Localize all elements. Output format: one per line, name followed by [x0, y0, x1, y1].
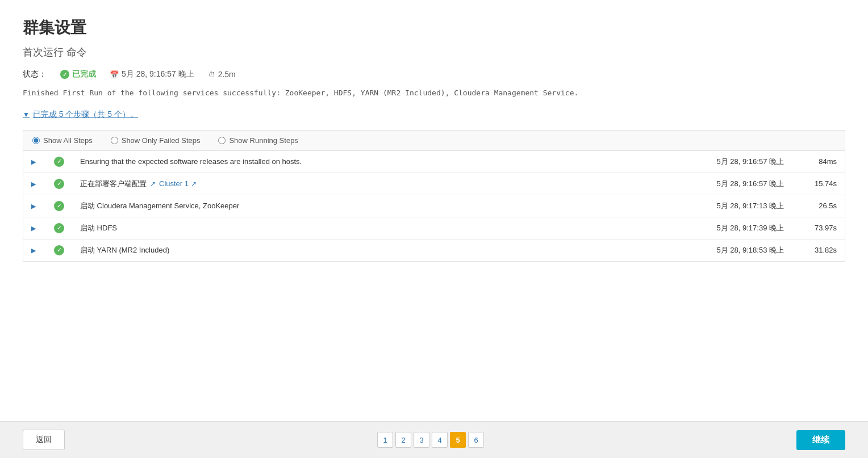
step-duration: 15.74s: [800, 173, 845, 195]
step-expand-cell: ▶: [23, 150, 47, 173]
expand-icon[interactable]: ▶: [31, 247, 38, 254]
step-name: 启动 YARN (MR2 Included): [80, 246, 169, 254]
page-button-3[interactable]: 3: [414, 432, 429, 448]
external-link-icon: ↗: [150, 180, 156, 188]
step-duration: 26.5s: [800, 195, 845, 217]
table-row: ▶ ✓ 启动 Cloudera Management Service, ZooK…: [23, 195, 845, 217]
check-icon: ✓: [60, 70, 69, 79]
step-name-cell: 启动 YARN (MR2 Included): [72, 239, 709, 261]
pagination: 123456: [377, 432, 484, 448]
step-name: 正在部署客户端配置: [80, 179, 147, 189]
step-icon-cell: ✓: [46, 173, 72, 195]
expand-icon[interactable]: ▶: [31, 225, 38, 232]
subtitle: 首次运行 命令: [23, 45, 845, 59]
filter-failed-radio[interactable]: [111, 137, 118, 144]
calendar-icon: 📅: [110, 70, 119, 79]
step-name: 启动 Cloudera Management Service, ZooKeepe…: [80, 201, 239, 210]
page-button-4[interactable]: 4: [432, 432, 448, 448]
filter-all-radio[interactable]: [32, 137, 40, 144]
continue-button[interactable]: 继续: [796, 430, 845, 450]
step-timestamp: 5月 28, 9:17:39 晚上: [709, 217, 800, 239]
page-button-6[interactable]: 6: [468, 432, 484, 448]
success-icon: ✓: [54, 223, 64, 233]
success-icon: ✓: [54, 245, 64, 255]
step-expand-cell: ▶: [23, 239, 47, 261]
status-label: 状态：: [23, 69, 47, 79]
step-timestamp: 5月 28, 9:18:53 晚上: [709, 239, 800, 261]
step-name: Ensuring that the expected software rele…: [80, 157, 302, 166]
filter-running-label: Show Running Steps: [229, 136, 298, 145]
success-icon: ✓: [54, 157, 64, 167]
expand-icon[interactable]: ▶: [31, 203, 38, 209]
step-name-cell: 启动 HDFS: [72, 217, 709, 239]
page-button-1[interactable]: 1: [377, 432, 393, 448]
step-duration: 84ms: [800, 150, 845, 173]
chevron-down-icon: ▼: [23, 111, 30, 119]
status-value: ✓ 已完成: [60, 69, 96, 79]
duration-value: 2.5m: [218, 70, 236, 79]
step-icon-cell: ✓: [46, 195, 72, 217]
expand-icon[interactable]: ▶: [31, 158, 38, 165]
back-button[interactable]: 返回: [23, 430, 65, 450]
filter-failed[interactable]: Show Only Failed Steps: [111, 136, 201, 145]
status-row: 状态： ✓ 已完成 📅 5月 28, 9:16:57 晚上 ⏱ 2.5m: [23, 69, 845, 79]
filter-all-label: Show All Steps: [43, 136, 93, 145]
description: Finished First Run of the following serv…: [23, 87, 845, 99]
status-text: 已完成: [72, 69, 96, 79]
timestamp-value: 5月 28, 9:16:57 晚上: [122, 69, 194, 79]
filter-running-radio[interactable]: [218, 137, 226, 144]
table-row: ▶ ✓ 启动 YARN (MR2 Included) 5月 28, 9:18:5…: [23, 239, 845, 261]
step-expand-cell: ▶: [23, 195, 47, 217]
timestamp-meta: 📅 5月 28, 9:16:57 晚上: [110, 69, 194, 79]
step-name-cell: 启动 Cloudera Management Service, ZooKeepe…: [72, 195, 709, 217]
table-row: ▶ ✓ Ensuring that the expected software …: [23, 150, 845, 173]
success-icon: ✓: [54, 179, 64, 189]
cluster-link-icon: ↗: [191, 180, 197, 188]
page-title: 群集设置: [23, 17, 845, 39]
expand-icon[interactable]: ▶: [31, 180, 38, 187]
table-row: ▶ ✓ 启动 HDFS 5月 28, 9:17:39 晚上 73.97s: [23, 217, 845, 239]
step-name-cell: 正在部署客户端配置 ↗ Cluster 1 ↗: [72, 173, 709, 195]
steps-summary-text: 已完成 5 个步骤（共 5 个）。: [33, 110, 138, 120]
step-timestamp: 5月 28, 9:17:13 晚上: [709, 195, 800, 217]
step-expand-cell: ▶: [23, 173, 47, 195]
table-row: ▶ ✓ 正在部署客户端配置 ↗ Cluster 1 ↗ 5月 2: [23, 173, 845, 195]
page-button-2[interactable]: 2: [395, 432, 411, 448]
footer: 返回 123456 继续: [0, 421, 868, 458]
step-icon-cell: ✓: [46, 150, 72, 173]
success-icon: ✓: [54, 201, 64, 211]
filter-failed-label: Show Only Failed Steps: [122, 136, 201, 145]
step-timestamp: 5月 28, 9:16:57 晚上: [709, 173, 800, 195]
filter-all[interactable]: Show All Steps: [32, 136, 93, 145]
step-cluster-link[interactable]: Cluster 1 ↗: [159, 179, 197, 188]
duration-meta: ⏱ 2.5m: [208, 70, 236, 79]
filter-running[interactable]: Show Running Steps: [218, 136, 298, 145]
step-name: 启动 HDFS: [80, 224, 117, 232]
step-expand-cell: ▶: [23, 217, 47, 239]
step-duration: 73.97s: [800, 217, 845, 239]
step-icon-cell: ✓: [46, 217, 72, 239]
step-duration: 31.82s: [800, 239, 845, 261]
page-button-5[interactable]: 5: [450, 432, 466, 448]
clock-icon: ⏱: [208, 70, 215, 79]
filter-row: Show All Steps Show Only Failed Steps Sh…: [23, 130, 845, 150]
step-name-cell: Ensuring that the expected software rele…: [72, 150, 709, 173]
step-icon-cell: ✓: [46, 239, 72, 261]
step-timestamp: 5月 28, 9:16:57 晚上: [709, 150, 800, 173]
steps-summary[interactable]: ▼ 已完成 5 个步骤（共 5 个）。: [23, 110, 845, 120]
steps-table: ▶ ✓ Ensuring that the expected software …: [23, 150, 845, 262]
